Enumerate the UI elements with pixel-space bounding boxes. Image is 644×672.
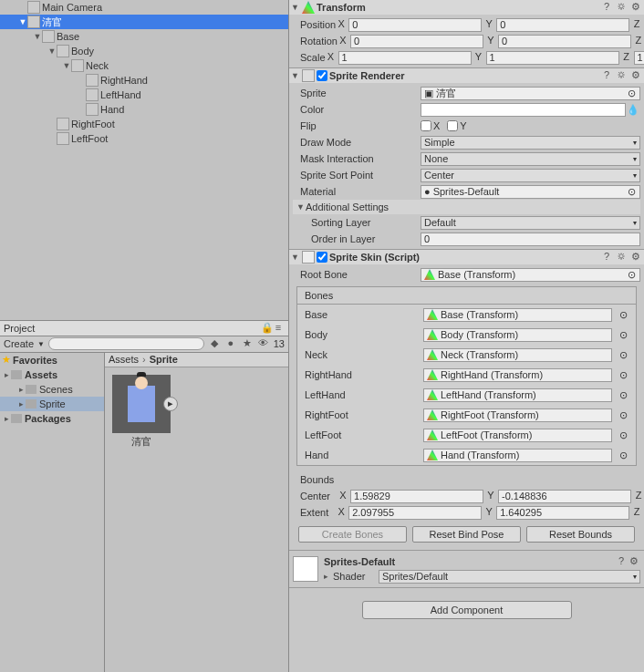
create-bones-button[interactable]: Create Bones (298, 526, 407, 543)
y-field[interactable] (496, 18, 629, 32)
hierarchy-item[interactable]: Main Camera (0, 0, 288, 15)
drawmode-dropdown[interactable]: Simple▾ (421, 136, 640, 150)
filter-label-icon[interactable]: ● (224, 337, 237, 350)
reset-bounds-button[interactable]: Reset Bounds (526, 526, 635, 543)
center-x-field[interactable] (350, 490, 483, 503)
object-picker-icon[interactable]: ⊙ (626, 186, 637, 198)
menu-icon[interactable]: ≡ (272, 322, 285, 335)
object-picker-icon[interactable]: ⊙ (618, 309, 628, 321)
object-picker-icon[interactable]: ⊙ (618, 450, 628, 461)
flip-y-checkbox[interactable] (447, 120, 458, 131)
breadcrumb-assets[interactable]: Assets (109, 354, 139, 365)
fold-icon[interactable]: ▼ (291, 3, 300, 12)
fold-icon[interactable]: ▼ (33, 32, 42, 41)
bone-field[interactable]: Neck (Transform) (423, 348, 612, 362)
favorites-item[interactable]: ★ Favorites (0, 353, 104, 367)
hierarchy-item[interactable]: ▼清官 (0, 15, 288, 29)
fold-icon[interactable]: ▼ (18, 17, 27, 26)
add-component-button[interactable]: Add Component (362, 601, 572, 619)
bone-field[interactable]: RightFoot (Transform) (423, 408, 612, 422)
breadcrumb-sprite[interactable]: Sprite (150, 354, 178, 365)
fold-icon[interactable]: ▸ (324, 572, 333, 581)
fold-icon[interactable]: ▸ (2, 414, 11, 423)
shader-dropdown[interactable]: Sprites/Default▾ (379, 570, 640, 584)
color-field[interactable] (421, 103, 626, 117)
hierarchy-item[interactable]: LeftHand (0, 88, 288, 102)
gear-icon[interactable]: ⚙ (629, 251, 642, 264)
folder-item[interactable]: ▸Sprite (0, 397, 104, 411)
mask-dropdown[interactable]: None▾ (421, 152, 640, 166)
fold-icon[interactable]: ▸ (16, 399, 26, 408)
fold-icon[interactable]: ▸ (2, 370, 11, 379)
preset-icon[interactable]: ⛭ (615, 251, 628, 264)
object-picker-icon[interactable]: ⊙ (618, 369, 628, 381)
asset-thumbnail[interactable]: ▸ (112, 375, 171, 433)
star-icon[interactable]: ★ (241, 337, 254, 350)
fold-icon[interactable]: ▼ (62, 61, 71, 70)
hierarchy-item[interactable]: RightHand (0, 73, 288, 88)
hierarchy-item[interactable]: LeftFoot (0, 131, 288, 146)
bone-field[interactable]: LeftFoot (Transform) (423, 429, 612, 442)
folder-item[interactable]: ▸Packages (0, 411, 104, 426)
hierarchy-item[interactable]: ▼Neck (0, 58, 288, 73)
hierarchy-item[interactable]: ▼Base (0, 29, 288, 44)
object-picker-icon[interactable]: ⊙ (618, 329, 628, 341)
x-field[interactable] (338, 51, 472, 65)
object-picker-icon[interactable]: ⊙ (618, 349, 628, 361)
hierarchy-item[interactable]: Hand (0, 102, 288, 117)
object-picker-icon[interactable]: ⊙ (618, 429, 628, 441)
help-icon[interactable]: ? (600, 251, 613, 264)
object-picker-icon[interactable]: ⊙ (618, 389, 628, 401)
folder-item[interactable]: ▸Scenes (0, 382, 104, 397)
sprite-field[interactable]: ▣清官⊙ (421, 87, 640, 100)
x-field[interactable] (348, 18, 482, 32)
hierarchy-item[interactable]: RightFoot (0, 117, 288, 131)
create-button[interactable]: Create (4, 338, 34, 349)
eyedropper-icon[interactable]: 💧 (626, 104, 640, 116)
enable-checkbox[interactable] (317, 252, 327, 263)
extent-x-field[interactable] (348, 506, 482, 520)
sortpoint-dropdown[interactable]: Center▾ (421, 169, 640, 182)
create-dropdown-icon[interactable]: ▼ (37, 340, 45, 348)
lock-icon[interactable]: 🔒 (261, 322, 272, 334)
y-field[interactable] (498, 35, 631, 48)
fold-icon[interactable]: ▸ (16, 385, 26, 394)
sortlayer-dropdown[interactable]: Default▾ (421, 216, 640, 230)
fold-icon[interactable]: ▼ (296, 202, 306, 212)
order-field[interactable] (421, 233, 640, 246)
fold-icon[interactable]: ▼ (47, 47, 57, 56)
help-icon[interactable]: ? (615, 555, 628, 568)
bone-field[interactable]: Base (Transform) (423, 308, 612, 322)
fold-icon[interactable]: ▼ (291, 71, 300, 80)
help-icon[interactable]: ? (600, 1, 613, 14)
bone-field[interactable]: Hand (Transform) (423, 449, 612, 462)
extent-y-field[interactable] (496, 506, 629, 520)
fold-icon[interactable]: ▼ (291, 253, 300, 262)
flip-x-checkbox[interactable] (421, 120, 431, 131)
preset-icon[interactable]: ⛭ (615, 1, 628, 14)
project-tab[interactable]: Project (4, 323, 35, 334)
bone-field[interactable]: Body (Transform) (423, 328, 612, 342)
material-field[interactable]: ●Sprites-Default⊙ (421, 185, 640, 199)
bone-field[interactable]: RightHand (Transform) (423, 368, 612, 382)
bone-field[interactable]: LeftHand (Transform) (423, 388, 612, 402)
object-picker-icon[interactable]: ⊙ (626, 269, 637, 281)
reset-bindpose-button[interactable]: Reset Bind Pose (412, 526, 521, 543)
help-icon[interactable]: ? (600, 69, 613, 82)
x-field[interactable] (350, 35, 483, 48)
object-picker-icon[interactable]: ⊙ (618, 409, 628, 421)
y-field[interactable] (486, 51, 619, 65)
gear-icon[interactable]: ⚙ (629, 1, 642, 14)
search-input[interactable] (48, 337, 204, 350)
preset-icon[interactable]: ⛭ (615, 69, 628, 82)
folder-item[interactable]: ▸Assets (0, 367, 104, 382)
enable-checkbox[interactable] (317, 70, 327, 81)
center-y-field[interactable] (498, 490, 631, 503)
gear-icon[interactable]: ⚙ (628, 555, 640, 568)
play-icon[interactable]: ▸ (163, 397, 178, 411)
hierarchy-item[interactable]: ▼Body (0, 44, 288, 58)
object-picker-icon[interactable]: ⊙ (626, 88, 637, 99)
z-field[interactable] (634, 51, 644, 65)
rootbone-field[interactable]: Base (Transform)⊙ (421, 268, 640, 282)
hidden-icon[interactable]: 👁 (257, 337, 270, 350)
